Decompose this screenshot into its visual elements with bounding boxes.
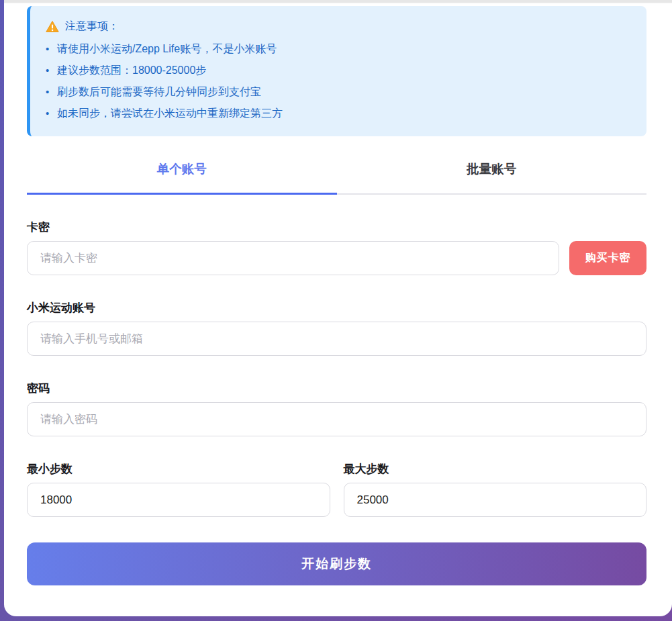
password-group: 密码 bbox=[27, 381, 646, 436]
account-label: 小米运动账号 bbox=[27, 301, 646, 316]
bullet-marker: • bbox=[46, 60, 57, 81]
card-key-input[interactable] bbox=[27, 241, 559, 275]
content-area: 注意事项： • 请使用小米运动/Zepp Life账号，不是小米账号 • 建议步… bbox=[4, 6, 672, 585]
account-group: 小米运动账号 bbox=[27, 301, 646, 356]
top-border-strip bbox=[4, 0, 672, 3]
notice-item-text: 如未同步，请尝试在小米运动中重新绑定第三方 bbox=[57, 103, 283, 124]
max-steps-group: 最大步数 bbox=[344, 462, 647, 517]
notice-box: 注意事项： • 请使用小米运动/Zepp Life账号，不是小米账号 • 建议步… bbox=[27, 6, 646, 136]
tab-batch-account[interactable]: 批量账号 bbox=[337, 160, 647, 195]
min-steps-input[interactable] bbox=[27, 483, 330, 517]
warning-icon bbox=[46, 20, 59, 33]
notice-item: • 如未同步，请尝试在小米运动中重新绑定第三方 bbox=[46, 103, 633, 124]
buy-card-key-button[interactable]: 购买卡密 bbox=[569, 241, 646, 275]
notice-item-text: 请使用小米运动/Zepp Life账号，不是小米账号 bbox=[57, 38, 277, 60]
password-input[interactable] bbox=[27, 402, 646, 436]
steps-row: 最小步数 最大步数 bbox=[27, 462, 646, 517]
notice-item: • 刷步数后可能需要等待几分钟同步到支付宝 bbox=[46, 81, 633, 103]
max-steps-label: 最大步数 bbox=[344, 462, 647, 477]
notice-title-row: 注意事项： bbox=[46, 18, 633, 34]
notice-item-text: 建议步数范围：18000-25000步 bbox=[57, 60, 206, 81]
min-steps-group: 最小步数 bbox=[27, 462, 330, 517]
min-steps-label: 最小步数 bbox=[27, 462, 330, 477]
card-key-group: 卡密 购买卡密 bbox=[27, 220, 646, 275]
tab-bar: 单个账号 批量账号 bbox=[27, 160, 646, 195]
notice-title: 注意事项： bbox=[65, 18, 119, 34]
max-steps-input[interactable] bbox=[344, 483, 647, 517]
start-button[interactable]: 开始刷步数 bbox=[27, 542, 646, 585]
bullet-marker: • bbox=[46, 103, 57, 124]
main-card: 注意事项： • 请使用小米运动/Zepp Life账号，不是小米账号 • 建议步… bbox=[4, 0, 672, 616]
bullet-marker: • bbox=[46, 38, 57, 60]
password-label: 密码 bbox=[27, 381, 646, 396]
notice-item-text: 刷步数后可能需要等待几分钟同步到支付宝 bbox=[57, 81, 261, 103]
account-input[interactable] bbox=[27, 322, 646, 356]
notice-item-list: • 请使用小米运动/Zepp Life账号，不是小米账号 • 建议步数范围：18… bbox=[46, 38, 633, 124]
bullet-marker: • bbox=[46, 81, 57, 103]
card-key-label: 卡密 bbox=[27, 220, 646, 235]
notice-item: • 建议步数范围：18000-25000步 bbox=[46, 60, 633, 81]
tab-single-account[interactable]: 单个账号 bbox=[27, 160, 337, 195]
notice-item: • 请使用小米运动/Zepp Life账号，不是小米账号 bbox=[46, 38, 633, 60]
